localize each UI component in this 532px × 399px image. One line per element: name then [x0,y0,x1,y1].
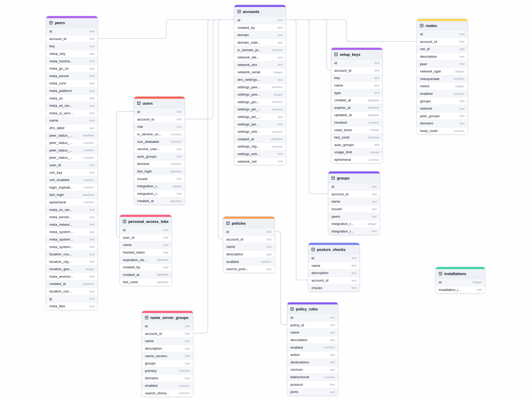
field-name: domain [237,33,249,37]
relationship-connector [286,20,417,41]
table-setup_keys[interactable]: setup_keysidtextaccount_idtextkeytextnam… [331,48,383,163]
table-policies-header[interactable]: policies [223,219,275,228]
field-row: network_nettext [234,157,286,165]
field-type: text [177,118,182,121]
field-row: idtext [417,30,468,38]
field-row: roletext [134,123,185,130]
field-row: settings_jwt...text [234,120,286,128]
table-accounts[interactable]: accountsidtextcreated_bytextdomaintextdo… [234,5,286,165]
field-row: hashed_tokentext [120,249,171,256]
table-setup_keys-header[interactable]: setup_keys [331,50,382,59]
field-row: meta_os_ver...text [46,206,97,213]
table-policy_rules-header[interactable]: policy_rules [287,304,338,314]
field-type: text [278,160,283,163]
field-type: text [330,353,335,356]
field-name: non_deletable [137,140,159,144]
field-row: updated_atdatetime [331,111,382,119]
field-name: expires_at [334,106,350,110]
field-type: integer [455,85,464,88]
table-users[interactable]: usersidtextaccount_idtextroletextis_serv… [134,96,185,205]
field-row: iptext [46,295,97,302]
field-type: text [374,91,379,94]
field-row: sourcestext [287,366,338,373]
field-name: network [420,107,432,110]
field-row: meta_system...text [46,228,97,236]
field-name: auto_groups [334,143,354,147]
field-row: location_con...text [46,288,97,295]
field-row: destinationstext [287,358,338,366]
field-type: numeric [272,145,283,148]
field-row: descriptiontext [417,53,468,60]
field-name: integration_r... [137,184,159,188]
field-row: nametext [46,117,97,124]
field-row: issuedtext [134,175,185,182]
field-type: text [185,340,190,343]
field-type: text [374,143,379,146]
field-row: integration_r...text [134,190,185,197]
table-routes[interactable]: routesidtextaccount_idtextnet_idtextdesc… [417,19,468,135]
field-type: integer [85,268,94,271]
field-name: last_used [334,135,349,139]
field-type: text [89,230,94,234]
field-type: integer [172,185,182,188]
field-name: description [145,347,162,350]
table-users-header[interactable]: users [134,99,185,108]
table-policies[interactable]: policiesidtextaccount_idtextnametextdesc… [223,216,275,273]
diagram-canvas[interactable]: peersidtextaccount_idtextkeytextsetup_ke… [0,0,532,399]
field-name: protocol [290,383,303,387]
field-rows: idtextaccount_idtextkeytextsetup_keytext… [46,28,97,310]
field-type: numeric [261,260,271,263]
field-type: text [372,200,377,203]
field-type: datetime [83,193,94,196]
field-name: setup_key [49,52,65,56]
field-type: text [89,245,94,248]
field-row: ephemeralnumeric [331,156,382,163]
field-name: account_id [420,40,437,44]
field-name: network_ide... [237,55,259,59]
table-accounts-header[interactable]: accounts [234,7,286,16]
field-name: ssh_enabled [49,178,69,182]
table-posture_checks-header[interactable]: posture_checks [308,245,360,254]
field-name: meta_wt_ver... [49,104,72,108]
table-peers[interactable]: peersidtextaccount_idtextkeytextsetup_ke… [46,16,98,310]
field-type: text [89,74,94,77]
table-installations[interactable]: installationsidintegerinstallation_i...t… [435,267,485,294]
field-name: key [49,44,55,48]
table-policy_rules[interactable]: policy_rulesidtextpolicy_idtextnametextd… [287,302,338,396]
table-groups[interactable]: groupsidtextaccount_idtextnametextissued… [328,171,380,235]
field-row: idtext [46,28,97,35]
field-row: settings_pee...numeric [234,83,286,91]
field-name: peer_status_... [49,156,72,159]
field-row: issuedtext [328,205,380,213]
field-name: meta_kernel... [49,215,72,219]
field-type: text [374,61,379,64]
field-row: non_deletablenumeric [134,138,185,145]
field-type: integer [370,128,379,131]
field-type: text [89,163,94,167]
table-posture_checks[interactable]: posture_checksidtextnametextdescriptiont… [308,243,360,292]
field-name: action [290,353,300,357]
field-row: network_dnstext [234,61,286,69]
table-title: name_server_groups [150,316,189,320]
table-installations-header[interactable]: installations [436,269,485,278]
table-routes-header[interactable]: routes [417,21,468,30]
field-row: idtext [134,108,185,116]
field-name: revoked [334,121,347,124]
table-groups-header[interactable]: groups [328,174,380,183]
table-name_server_groups[interactable]: name_server_groupsidtextaccount_idtextna… [142,311,193,397]
field-row: keytext [331,74,382,82]
field-type: text [89,67,94,70]
field-rows: idtextnametextdescriptiontextaccount_idt… [308,254,360,291]
table-peers-header[interactable]: peers [46,18,97,28]
field-name: type [334,91,341,95]
field-name: policy_id [290,323,304,327]
field-name: location_con... [49,289,72,293]
table-personal_access_tokens[interactable]: personal_access_tokensidtextuser_idtextn… [119,215,172,286]
field-name: meta_os_ver... [49,208,72,212]
field-type: text [460,114,464,117]
table-name_server_groups-header[interactable]: name_server_groups [142,313,193,322]
table-personal_access_tokens-header[interactable]: personal_access_tokens [120,217,171,226]
field-row: dns_settings...text [234,76,286,83]
field-type: text [330,323,335,327]
table-accent-bar [308,243,360,245]
